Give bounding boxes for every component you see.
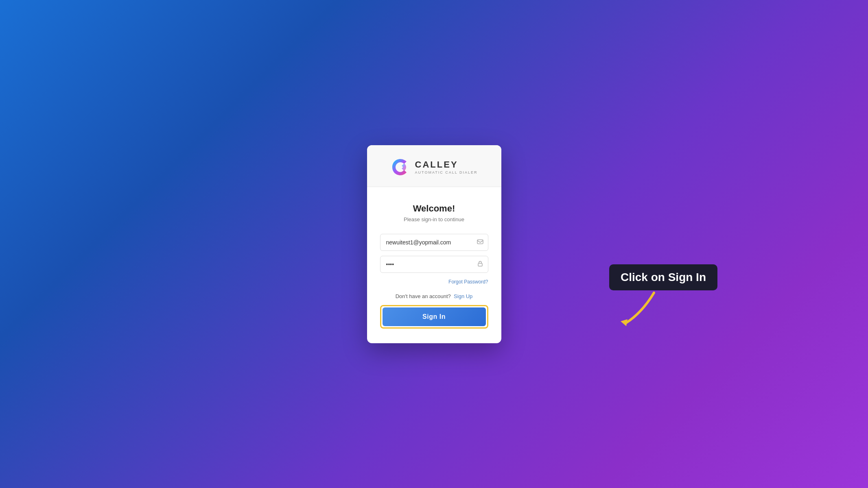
email-icon: [477, 238, 483, 246]
annotation-group: Click on Sign In: [609, 264, 717, 329]
calley-logo-icon: [391, 157, 410, 177]
welcome-subtitle: Please sign-in to continue: [380, 216, 488, 222]
no-account-text: Don't have an account?: [396, 293, 451, 299]
card-header: CALLEY AUTOMATIC CALL DIALER: [367, 145, 501, 187]
email-input[interactable]: [380, 234, 488, 251]
forgot-password-wrapper: Forgot Password?: [380, 278, 488, 285]
welcome-title: Welcome!: [380, 203, 488, 214]
annotation-tooltip: Click on Sign In: [609, 264, 717, 290]
logo-text: CALLEY AUTOMATIC CALL DIALER: [415, 159, 478, 174]
svg-rect-0: [477, 240, 483, 244]
logo-subtitle: AUTOMATIC CALL DIALER: [415, 170, 478, 174]
sign-in-button[interactable]: Sign In: [383, 307, 486, 326]
login-card: CALLEY AUTOMATIC CALL DIALER Welcome! Pl…: [367, 145, 501, 343]
password-input-group: [380, 256, 488, 273]
svg-marker-2: [621, 319, 627, 326]
annotation-arrow: [617, 289, 678, 329]
svg-rect-1: [478, 263, 482, 266]
sign-in-button-wrapper: Sign In: [380, 305, 488, 329]
logo-wrapper: CALLEY AUTOMATIC CALL DIALER: [391, 157, 478, 177]
card-body: Welcome! Please sign-in to continue: [367, 187, 501, 343]
signup-link[interactable]: Sign Up: [454, 293, 472, 299]
page-background: CALLEY AUTOMATIC CALL DIALER Welcome! Pl…: [0, 0, 868, 488]
lock-icon: [477, 260, 483, 268]
password-input[interactable]: [380, 256, 488, 273]
logo-title: CALLEY: [415, 159, 478, 170]
forgot-password-link[interactable]: Forgot Password?: [448, 279, 488, 285]
signup-row: Don't have an account? Sign Up: [380, 293, 488, 299]
email-input-group: [380, 234, 488, 251]
